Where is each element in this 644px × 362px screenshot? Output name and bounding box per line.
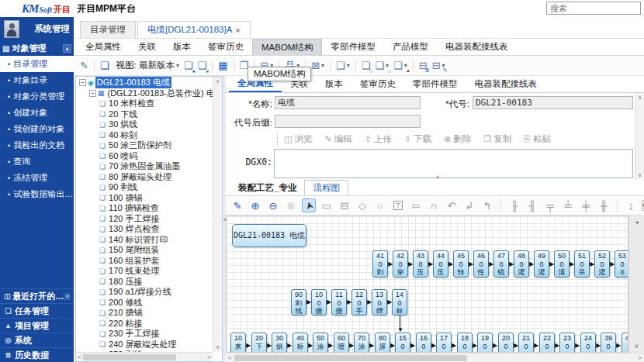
- align-bottom-button[interactable]: ╧: [561, 198, 575, 212]
- tree-node[interactable]: ❏190 a1/焊接分线: [78, 287, 213, 298]
- connector-up-button[interactable]: ↰: [480, 198, 494, 212]
- scroll-right-icon[interactable]: >: [207, 353, 211, 360]
- chevron-down-icon[interactable]: ▾: [64, 293, 71, 300]
- flow-node[interactable]: 230: [559, 333, 575, 353]
- detail-tab[interactable]: 签审历史: [351, 76, 404, 92]
- workflow-tab[interactable]: 装配工艺_专业: [230, 180, 304, 195]
- scroll-up-icon[interactable]: ∧: [216, 78, 220, 84]
- form-vertical-scrollbar[interactable]: ∧ ∨: [635, 93, 644, 180]
- tree-node[interactable]: ❏50 涂三防保护剂: [78, 140, 213, 151]
- sidebar-item[interactable]: •我创建的对象: [0, 121, 74, 137]
- sidebar-item[interactable]: •目录管理: [0, 56, 74, 72]
- flow-node[interactable]: 460性: [473, 250, 489, 278]
- copy-button[interactable]: ❐复制: [483, 133, 511, 145]
- ellipse-node-button[interactable]: ○: [373, 198, 387, 212]
- document-tab[interactable]: 目录管理: [80, 21, 136, 38]
- decision-node-button[interactable]: ◇: [355, 198, 369, 212]
- process-node-button[interactable]: ▭: [320, 198, 334, 212]
- flow-root-node[interactable]: DGL21-00183 电缆: [232, 224, 306, 247]
- tree-node[interactable]: ❏210 搪锡: [78, 308, 213, 319]
- scroll-right-icon[interactable]: >: [638, 354, 642, 361]
- flow-node[interactable]: 190: [477, 333, 493, 353]
- ribbon-tab[interactable]: 全局属性: [77, 39, 130, 55]
- tree-node[interactable]: ❏10 米料检查: [78, 98, 213, 109]
- sidebar-item-system[interactable]: ◎系统: [0, 333, 74, 347]
- flow-node[interactable]: 470镜: [493, 250, 509, 278]
- scroll-left-icon[interactable]: <: [228, 354, 232, 361]
- flow-node[interactable]: 430压: [413, 250, 428, 278]
- checkout-doc-button[interactable]: ❏●: [182, 58, 195, 74]
- flow-node[interactable]: 60喷: [334, 333, 349, 353]
- scroll-down-icon[interactable]: ∨: [635, 343, 639, 350]
- sidebar-item[interactable]: •查询: [0, 153, 74, 170]
- delete-button[interactable]: ⊗删除: [444, 133, 471, 145]
- search-doc-alt-button[interactable]: ❏○▾: [373, 58, 390, 74]
- checkin-doc-button[interactable]: ❏●: [196, 58, 209, 74]
- scroll-down-icon[interactable]: ∨: [216, 344, 220, 350]
- zoom-in-button[interactable]: ⊕: [248, 198, 262, 212]
- tree-node[interactable]: ❏180 压接: [78, 277, 213, 288]
- subprocess-node-button[interactable]: ⊟: [338, 198, 351, 212]
- tree-node[interactable]: ❏160 组装护套: [78, 256, 213, 267]
- align-center-button[interactable]: ╪: [579, 198, 593, 212]
- chevron-down-icon[interactable]: ▾: [321, 62, 324, 69]
- flow-node[interactable]: 200: [498, 333, 514, 353]
- tree-node[interactable]: ❏40 标刻: [78, 130, 213, 141]
- flow-node[interactable]: 100搪: [311, 289, 327, 315]
- flow-node[interactable]: 90剥线: [291, 289, 306, 315]
- download-button[interactable]: ⇩下载: [404, 133, 431, 145]
- paste-button[interactable]: ⎘粘贴: [524, 133, 551, 145]
- flow-node[interactable]: 390: [601, 333, 616, 353]
- align-middle-button[interactable]: ╫: [597, 198, 611, 212]
- tree-horizontal-scrollbar[interactable]: < >: [76, 352, 213, 361]
- workflow-tab[interactable]: 流程图: [304, 180, 348, 195]
- align-right-button[interactable]: ╢: [525, 198, 539, 212]
- splitter-collapse-icon[interactable]: ◂: [635, 219, 638, 226]
- flow-node[interactable]: 520灌: [594, 250, 610, 278]
- sidebar-item[interactable]: •我检出的文档: [0, 137, 74, 153]
- sidebar-user[interactable]: 系统管理: [0, 17, 74, 40]
- flow-horizontal-scrollbar[interactable]: < >: [226, 353, 644, 362]
- tree-node[interactable]: ❏140 标识管打印: [78, 235, 213, 246]
- ribbon-tab[interactable]: 电器装配接线表: [437, 39, 517, 55]
- browse-button[interactable]: ◫浏览: [284, 133, 312, 145]
- edit-pencil-button[interactable]: ✎: [78, 58, 90, 74]
- ribbon-tab[interactable]: 签审历史: [199, 39, 252, 55]
- flow-node[interactable]: 220: [539, 333, 555, 353]
- flow-node[interactable]: 500清: [554, 250, 570, 278]
- flow-node[interactable]: 510吊: [574, 250, 590, 278]
- flow-node[interactable]: 120手: [351, 289, 367, 315]
- detail-tab[interactable]: 电器装配接线表: [466, 76, 546, 92]
- db-edit-button[interactable]: ⊟✎▾: [431, 58, 447, 74]
- flow-node[interactable]: 10来: [230, 333, 246, 353]
- flow-node[interactable]: 130焊: [372, 289, 387, 315]
- flow-node[interactable]: 150: [395, 333, 410, 353]
- flow-node[interactable]: 110搪: [331, 289, 347, 315]
- ribbon-tab[interactable]: 产品模型: [384, 39, 437, 55]
- flow-node[interactable]: 530X: [615, 250, 628, 278]
- text-tool-button[interactable]: T: [391, 198, 405, 212]
- search-input[interactable]: [546, 2, 641, 15]
- flow-node[interactable]: 490灌: [534, 250, 549, 278]
- connector-back-button[interactable]: ↶: [445, 198, 459, 212]
- view-selector[interactable]: 视图: 最新版本▾: [113, 58, 181, 74]
- sidebar-item-recent-opened[interactable]: ◫最近打开的…▾: [0, 288, 74, 303]
- align-left-button[interactable]: ╟: [507, 198, 521, 212]
- pointer-tool-button[interactable]: ➤: [302, 198, 316, 212]
- scrollbar-thumb[interactable]: [83, 354, 176, 360]
- name-field[interactable]: [275, 96, 421, 109]
- flow-node[interactable]: 240: [580, 333, 596, 353]
- sidebar-item[interactable]: •创建对象: [0, 105, 74, 121]
- tree-node[interactable]: ❏60 喷码: [78, 151, 213, 162]
- tree-node[interactable]: ❏150 尾附组装: [78, 245, 213, 256]
- dgx0-field[interactable]: [274, 149, 633, 178]
- chevron-down-icon[interactable]: ▾: [347, 62, 350, 69]
- distribute-vertical-button[interactable]: ↨: [624, 198, 638, 212]
- tree-node[interactable]: ❏80 屏蔽端头处理: [78, 172, 213, 183]
- scrollbar-thumb[interactable]: [234, 355, 467, 361]
- connector-left-button[interactable]: ⇦: [409, 198, 423, 212]
- flow-node[interactable]: 140标: [392, 289, 407, 315]
- detail-tab[interactable]: 零部件模型: [404, 76, 466, 92]
- tree-node[interactable]: ❏30 烘线: [78, 119, 213, 130]
- ribbon-tab[interactable]: MABOM结构: [252, 39, 322, 55]
